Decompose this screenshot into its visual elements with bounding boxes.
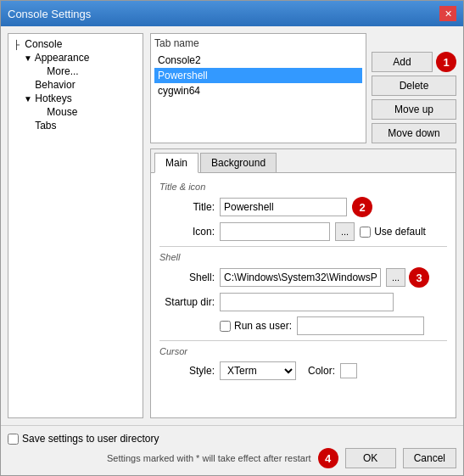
- expand-appearance-icon: ▼: [24, 53, 32, 63]
- save-settings-checkbox[interactable]: [8, 434, 19, 445]
- title-row: Title: 2: [159, 197, 447, 217]
- tree-item-behavior[interactable]: Behavior: [12, 78, 139, 92]
- title-bar: Console Settings ✕: [1, 1, 463, 26]
- expand-console-icon: ├: [14, 40, 22, 49]
- shell-row: Shell: ... 3: [159, 267, 447, 288]
- icon-browse-button[interactable]: ...: [335, 222, 355, 241]
- cursor-section-label: Cursor: [159, 346, 447, 356]
- footer-top: Save settings to user directory: [8, 433, 456, 445]
- icon-row: Icon: ... Use default: [159, 222, 447, 241]
- console-settings-dialog: Console Settings ✕ ├ Console ▼ Appearanc…: [0, 0, 464, 476]
- cursor-row: Style: XTerm Block Underline Color:: [159, 361, 447, 380]
- delete-button[interactable]: Delete: [372, 76, 456, 96]
- tab-list-item-powershell[interactable]: Powershell: [154, 68, 362, 83]
- use-default-label[interactable]: Use default: [360, 226, 426, 238]
- tab-list-label: Tab name: [154, 37, 362, 49]
- title-label: Title:: [159, 201, 215, 213]
- tab-list-item-cygwin64[interactable]: cygwin64: [154, 83, 362, 98]
- tree-item-console[interactable]: ├ Console: [12, 37, 139, 51]
- top-section: Tab name Console2 Powershell cygwin64 Ad…: [150, 33, 456, 143]
- add-button[interactable]: Add: [372, 52, 433, 72]
- tab-main[interactable]: Main: [154, 153, 198, 173]
- cursor-style-select[interactable]: XTerm Block Underline: [220, 361, 296, 380]
- ok-button[interactable]: OK: [345, 448, 396, 468]
- cancel-button[interactable]: Cancel: [403, 448, 456, 468]
- badge-1: 1: [436, 52, 456, 72]
- startupdir-input[interactable]: [220, 293, 394, 311]
- shell-label: Shell:: [159, 272, 215, 283]
- startupdir-row: Startup dir:: [159, 293, 447, 311]
- right-panel: Tab name Console2 Powershell cygwin64 Ad…: [150, 33, 456, 418]
- title-icon-section-label: Title & icon: [159, 182, 447, 192]
- tree-item-more[interactable]: More...: [12, 64, 139, 78]
- tab-background[interactable]: Background: [200, 153, 277, 172]
- runasuser-checkbox-label[interactable]: Run as user:: [220, 320, 292, 332]
- badge-2: 2: [352, 197, 372, 217]
- tree-item-tabs[interactable]: Tabs: [12, 119, 139, 132]
- runasuser-checkbox[interactable]: [220, 321, 231, 332]
- badge-4: 4: [318, 448, 338, 468]
- save-settings-label[interactable]: Save settings to user directory: [8, 433, 159, 445]
- main-content-area: Main Background Title & icon Title: 2 Ic…: [150, 148, 456, 418]
- side-buttons: Add 1 Delete Move up Move down: [372, 33, 456, 143]
- dialog-title: Console Settings: [8, 8, 91, 20]
- footer-note: Settings marked with * will take effect …: [107, 453, 311, 463]
- tab-list-item-console2[interactable]: Console2: [154, 53, 362, 68]
- tree-panel: ├ Console ▼ Appearance More... Behavior …: [8, 33, 143, 418]
- shell-section-label: Shell: [159, 252, 447, 262]
- tree-item-hotkeys[interactable]: ▼ Hotkeys: [12, 92, 139, 105]
- cursor-color-label: Color:: [308, 365, 335, 377]
- tree-item-mouse[interactable]: Mouse: [12, 105, 139, 119]
- move-up-button[interactable]: Move up: [372, 99, 456, 120]
- tabs-header: Main Background: [151, 149, 456, 173]
- tab-main-content: Title & icon Title: 2 Icon: ... Use defa…: [151, 173, 456, 417]
- tab-list-area: Tab name Console2 Powershell cygwin64: [150, 33, 366, 143]
- runasuser-row: Run as user:: [159, 316, 447, 335]
- cursor-style-label: Style:: [159, 365, 215, 377]
- startupdir-label: Startup dir:: [159, 296, 215, 308]
- tree-item-appearance[interactable]: ▼ Appearance: [12, 51, 139, 64]
- runasuser-input[interactable]: [297, 316, 424, 335]
- icon-input[interactable]: [220, 222, 330, 241]
- shell-input[interactable]: [220, 268, 381, 287]
- shell-browse-button[interactable]: ...: [386, 268, 405, 287]
- dialog-body: ├ Console ▼ Appearance More... Behavior …: [1, 26, 463, 425]
- close-button[interactable]: ✕: [439, 6, 456, 21]
- dialog-footer: Save settings to user directory Settings…: [1, 425, 463, 475]
- use-default-checkbox[interactable]: [360, 227, 371, 238]
- title-input[interactable]: [220, 198, 347, 216]
- move-down-button[interactable]: Move down: [372, 123, 456, 143]
- expand-hotkeys-icon: ▼: [24, 94, 32, 104]
- icon-label: Icon:: [159, 226, 215, 238]
- cursor-color-box[interactable]: [340, 363, 357, 378]
- badge-3: 3: [409, 267, 429, 288]
- footer-buttons: Settings marked with * will take effect …: [8, 448, 456, 468]
